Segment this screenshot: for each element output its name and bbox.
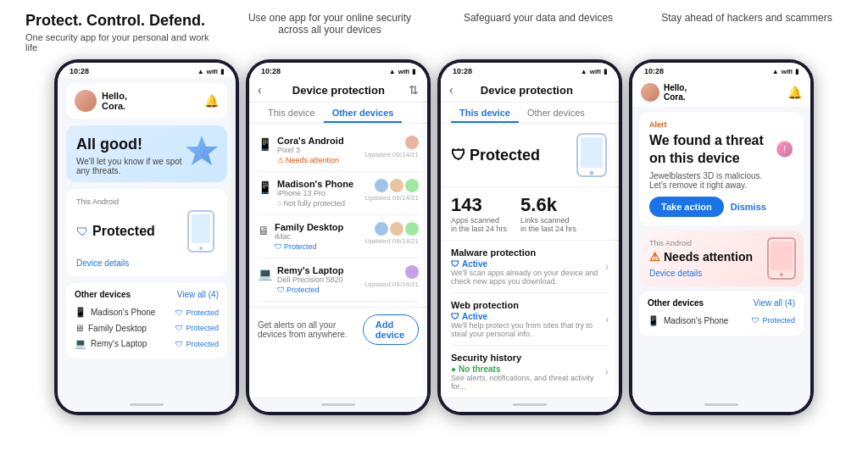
phone2-time: 10:28 bbox=[261, 67, 281, 75]
phone-hero-icon bbox=[575, 132, 609, 178]
this-device-label: This Android bbox=[76, 197, 217, 206]
device-status-label-0: Protected bbox=[186, 308, 219, 317]
protection-web-header[interactable]: Web protection 🛡 Active We'll help prote… bbox=[451, 300, 609, 338]
col2-header: Use one app for your online security acr… bbox=[225, 12, 434, 53]
warning-badge-icon: ⚠ bbox=[649, 250, 660, 264]
other-devices-header-4: Other devices View all (4) bbox=[648, 298, 795, 308]
battery-icon-4: ▮ bbox=[795, 68, 798, 75]
phone4-status-bar: 10:28 ▲ wifi ▮ bbox=[632, 63, 810, 78]
avatar-2-1 bbox=[390, 222, 403, 236]
svg-rect-10 bbox=[771, 242, 793, 270]
svg-rect-5 bbox=[581, 137, 603, 168]
list-model-2: iMac bbox=[275, 232, 343, 241]
device-icon-0: 📱 bbox=[75, 307, 86, 318]
tab-other-devices-2[interactable]: Other devices bbox=[324, 103, 403, 123]
protected-badge: 🛡 Protected bbox=[451, 147, 540, 164]
add-device-button[interactable]: Add device bbox=[363, 314, 419, 345]
avatar-2-0 bbox=[375, 222, 388, 236]
protection-malware-header[interactable]: Malware protection 🛡 Active We'll scan a… bbox=[451, 247, 609, 286]
view-all-link-4[interactable]: View all (4) bbox=[754, 298, 795, 308]
avatar-0-0 bbox=[405, 136, 419, 149]
avatar-4 bbox=[641, 83, 659, 102]
updated-1: Updated 09/14/21 bbox=[364, 194, 419, 202]
list-icon-2: 🖥 bbox=[258, 224, 270, 237]
protection-web-status: 🛡 Active bbox=[451, 312, 605, 321]
back-button[interactable]: ‹ bbox=[258, 83, 262, 97]
phone3-status-bar: 10:28 ▲ wifi ▮ bbox=[441, 63, 619, 78]
shield-icon-3: 🛡 bbox=[277, 286, 285, 294]
protection-history: Security history ● No threats See alerts… bbox=[451, 346, 609, 397]
svg-text:!: ! bbox=[783, 144, 786, 154]
svg-rect-2 bbox=[192, 214, 210, 243]
nav-title-3: Device protection bbox=[460, 84, 593, 97]
take-action-button[interactable]: Take action bbox=[649, 197, 724, 217]
bell-icon-4[interactable]: 🔔 bbox=[787, 86, 802, 99]
name-4: Cora. bbox=[664, 92, 687, 102]
sort-icon[interactable]: ⇅ bbox=[409, 83, 419, 97]
svg-marker-0 bbox=[186, 136, 218, 165]
phone1-protected-card: This Android 🛡 Protected bbox=[66, 189, 227, 276]
phone4-time: 10:28 bbox=[644, 67, 664, 75]
list-item-1-left: 📱 Madison's Phone iPhone 13 Pro ○ Not fu… bbox=[258, 179, 353, 208]
view-all-link[interactable]: View all (4) bbox=[177, 290, 219, 299]
device-name-1: Family Desktop bbox=[88, 324, 147, 333]
list-item-3: 💻 Remy's Laptop Dell Precision 5820 🛡 Pr… bbox=[258, 258, 419, 302]
battery-icon-2: ▮ bbox=[412, 68, 415, 75]
list-item-3-right: Updated 09/14/21 bbox=[364, 265, 419, 288]
list-item-2-header: 🖥 Family Desktop iMac 🛡 Protected bbox=[258, 222, 419, 251]
tab-this-device-3[interactable]: This device bbox=[451, 103, 519, 123]
apps-count: 143 bbox=[451, 194, 507, 216]
protected-hero: 🛡 Protected bbox=[441, 124, 619, 187]
list-item-3-left: 💻 Remy's Laptop Dell Precision 5820 🛡 Pr… bbox=[258, 265, 343, 294]
device-name-0: Madison's Phone bbox=[91, 308, 155, 317]
protected-hero-left: 🛡 Protected bbox=[451, 147, 540, 164]
top-labels: Protect. Control. Defend. One security a… bbox=[0, 0, 868, 59]
chevron-right-1: › bbox=[605, 314, 609, 325]
phone-2: 10:28 ▲ wifi ▮ ‹ Device protection ⇅ Thi… bbox=[246, 59, 431, 415]
phone2-status-icons: ▲ wifi ▮ bbox=[389, 68, 415, 75]
protection-history-header[interactable]: Security history ● No threats See alerts… bbox=[451, 353, 609, 391]
star-icon bbox=[183, 132, 220, 169]
protection-history-status: ● No threats bbox=[451, 364, 605, 374]
list-item-2-right: Updated 09/14/21 bbox=[364, 222, 419, 245]
signal-icon-3: ▲ bbox=[581, 68, 587, 75]
notification-bell-icon[interactable]: 🔔 bbox=[204, 94, 219, 108]
phone2-tab-bar: This device Other devices bbox=[249, 103, 427, 124]
back-button-3[interactable]: ‹ bbox=[449, 83, 453, 97]
device-details-link[interactable]: Device details bbox=[76, 258, 217, 268]
shield-icon: 🛡 bbox=[76, 225, 88, 238]
phone1-status-icons: ▲ wifi ▮ bbox=[198, 68, 224, 75]
all-good-card: All good! We'll let you know if we spot … bbox=[66, 125, 227, 182]
dismiss-button[interactable]: Dismiss bbox=[731, 202, 766, 212]
list-item-0: 📱 Cora's Android Pixel 3 ⚠ Needs attenti… bbox=[258, 129, 419, 172]
headline-1: Protect. Control. Defend. bbox=[25, 12, 217, 30]
list-item-0-left: 📱 Cora's Android Pixel 3 ⚠ Needs attenti… bbox=[258, 136, 344, 164]
tab-this-device-2[interactable]: This device bbox=[259, 103, 324, 123]
list-item-1-header: 📱 Madison's Phone iPhone 13 Pro ○ Not fu… bbox=[258, 179, 419, 208]
list-item-2-left: 🖥 Family Desktop iMac 🛡 Protected bbox=[258, 222, 343, 251]
phone2-status-bar: 10:28 ▲ wifi ▮ bbox=[249, 63, 427, 78]
protection-list: Malware protection 🛡 Active We'll scan a… bbox=[441, 241, 619, 397]
list-item-0-header: 📱 Cora's Android Pixel 3 ⚠ Needs attenti… bbox=[258, 136, 419, 164]
nav-title-2: Device protection bbox=[269, 84, 409, 97]
device-icon-2: 💻 bbox=[75, 338, 86, 349]
signal-icon-2: ▲ bbox=[389, 68, 396, 75]
tab-other-devices-3[interactable]: Other devices bbox=[519, 103, 593, 123]
shield-icon-2: 🛡 bbox=[275, 242, 282, 251]
other-devices-header: Other devices View all (4) bbox=[75, 290, 219, 299]
subtext-3: Safeguard your data and devices bbox=[442, 12, 634, 24]
phone2-bottom-bar bbox=[249, 397, 427, 412]
avatar-3-0 bbox=[405, 265, 419, 279]
phone3-status-icons: ▲ wifi ▮ bbox=[581, 68, 607, 75]
wifi-icon-4: wifi bbox=[782, 68, 793, 75]
phone3-content: ‹ Device protection This device Other de… bbox=[441, 78, 619, 397]
col4-header: Stay ahead of hackers and scammers bbox=[643, 12, 851, 53]
chevron-right-0: › bbox=[605, 261, 609, 273]
stats-row: 143 Apps scanned in the last 24 hrs 5.6k… bbox=[441, 187, 619, 241]
list-model-0: Pixel 3 bbox=[277, 146, 344, 154]
threat-actions: Take action Dismiss bbox=[649, 197, 793, 217]
list-icon-0: 📱 bbox=[258, 137, 272, 151]
phone4-header-left: Hello, Cora. bbox=[641, 83, 687, 102]
links-count: 5.6k bbox=[520, 194, 576, 216]
updated-0: Updated 09/14/21 bbox=[364, 151, 419, 158]
